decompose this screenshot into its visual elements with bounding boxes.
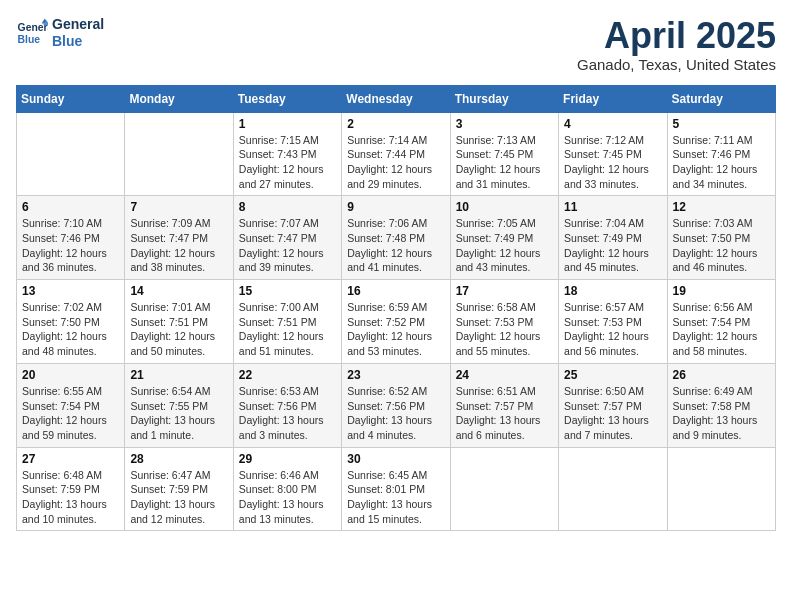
day-info: Sunrise: 6:47 AM Sunset: 7:59 PM Dayligh… [130,468,227,527]
day-info: Sunrise: 6:52 AM Sunset: 7:56 PM Dayligh… [347,384,444,443]
day-info: Sunrise: 6:53 AM Sunset: 7:56 PM Dayligh… [239,384,336,443]
day-info: Sunrise: 6:54 AM Sunset: 7:55 PM Dayligh… [130,384,227,443]
calendar-cell: 9Sunrise: 7:06 AM Sunset: 7:48 PM Daylig… [342,196,450,280]
calendar-cell: 16Sunrise: 6:59 AM Sunset: 7:52 PM Dayli… [342,280,450,364]
calendar-cell: 3Sunrise: 7:13 AM Sunset: 7:45 PM Daylig… [450,112,558,196]
logo-subtext: Blue [52,33,104,50]
day-info: Sunrise: 6:59 AM Sunset: 7:52 PM Dayligh… [347,300,444,359]
day-number: 28 [130,452,227,466]
calendar-cell [450,447,558,531]
day-number: 6 [22,200,119,214]
day-number: 21 [130,368,227,382]
calendar-table: SundayMondayTuesdayWednesdayThursdayFrid… [16,85,776,532]
day-info: Sunrise: 7:09 AM Sunset: 7:47 PM Dayligh… [130,216,227,275]
day-number: 25 [564,368,661,382]
calendar-cell: 29Sunrise: 6:46 AM Sunset: 8:00 PM Dayli… [233,447,341,531]
weekday-header-sunday: Sunday [17,85,125,112]
day-info: Sunrise: 6:55 AM Sunset: 7:54 PM Dayligh… [22,384,119,443]
calendar-cell: 1Sunrise: 7:15 AM Sunset: 7:43 PM Daylig… [233,112,341,196]
day-info: Sunrise: 7:13 AM Sunset: 7:45 PM Dayligh… [456,133,553,192]
day-info: Sunrise: 6:51 AM Sunset: 7:57 PM Dayligh… [456,384,553,443]
day-number: 1 [239,117,336,131]
calendar-cell [559,447,667,531]
weekday-header-thursday: Thursday [450,85,558,112]
week-row-3: 20Sunrise: 6:55 AM Sunset: 7:54 PM Dayli… [17,363,776,447]
day-number: 26 [673,368,770,382]
day-info: Sunrise: 7:15 AM Sunset: 7:43 PM Dayligh… [239,133,336,192]
day-info: Sunrise: 6:49 AM Sunset: 7:58 PM Dayligh… [673,384,770,443]
calendar-cell [17,112,125,196]
weekday-header-friday: Friday [559,85,667,112]
weekday-header-tuesday: Tuesday [233,85,341,112]
svg-text:General: General [18,22,48,33]
week-row-4: 27Sunrise: 6:48 AM Sunset: 7:59 PM Dayli… [17,447,776,531]
calendar-cell: 18Sunrise: 6:57 AM Sunset: 7:53 PM Dayli… [559,280,667,364]
day-number: 19 [673,284,770,298]
svg-text:Blue: Blue [18,33,41,44]
day-number: 17 [456,284,553,298]
location-title: Ganado, Texas, United States [577,56,776,73]
calendar-cell [125,112,233,196]
day-number: 22 [239,368,336,382]
week-row-1: 6Sunrise: 7:10 AM Sunset: 7:46 PM Daylig… [17,196,776,280]
day-info: Sunrise: 6:56 AM Sunset: 7:54 PM Dayligh… [673,300,770,359]
day-number: 7 [130,200,227,214]
calendar-cell: 12Sunrise: 7:03 AM Sunset: 7:50 PM Dayli… [667,196,775,280]
calendar-cell: 26Sunrise: 6:49 AM Sunset: 7:58 PM Dayli… [667,363,775,447]
calendar-cell: 7Sunrise: 7:09 AM Sunset: 7:47 PM Daylig… [125,196,233,280]
day-info: Sunrise: 7:12 AM Sunset: 7:45 PM Dayligh… [564,133,661,192]
calendar-cell: 21Sunrise: 6:54 AM Sunset: 7:55 PM Dayli… [125,363,233,447]
calendar-cell: 14Sunrise: 7:01 AM Sunset: 7:51 PM Dayli… [125,280,233,364]
day-number: 4 [564,117,661,131]
day-info: Sunrise: 7:10 AM Sunset: 7:46 PM Dayligh… [22,216,119,275]
day-info: Sunrise: 6:48 AM Sunset: 7:59 PM Dayligh… [22,468,119,527]
day-info: Sunrise: 6:45 AM Sunset: 8:01 PM Dayligh… [347,468,444,527]
header: General Blue General Blue April 2025 Gan… [16,16,776,73]
calendar-cell: 20Sunrise: 6:55 AM Sunset: 7:54 PM Dayli… [17,363,125,447]
calendar-cell: 25Sunrise: 6:50 AM Sunset: 7:57 PM Dayli… [559,363,667,447]
day-number: 3 [456,117,553,131]
weekday-header-saturday: Saturday [667,85,775,112]
week-row-0: 1Sunrise: 7:15 AM Sunset: 7:43 PM Daylig… [17,112,776,196]
day-info: Sunrise: 7:03 AM Sunset: 7:50 PM Dayligh… [673,216,770,275]
day-number: 14 [130,284,227,298]
day-number: 2 [347,117,444,131]
day-number: 8 [239,200,336,214]
calendar-cell: 15Sunrise: 7:00 AM Sunset: 7:51 PM Dayli… [233,280,341,364]
day-number: 30 [347,452,444,466]
calendar-cell: 22Sunrise: 6:53 AM Sunset: 7:56 PM Dayli… [233,363,341,447]
calendar-cell: 2Sunrise: 7:14 AM Sunset: 7:44 PM Daylig… [342,112,450,196]
day-info: Sunrise: 7:02 AM Sunset: 7:50 PM Dayligh… [22,300,119,359]
day-info: Sunrise: 6:57 AM Sunset: 7:53 PM Dayligh… [564,300,661,359]
day-number: 20 [22,368,119,382]
day-info: Sunrise: 7:06 AM Sunset: 7:48 PM Dayligh… [347,216,444,275]
calendar-cell: 13Sunrise: 7:02 AM Sunset: 7:50 PM Dayli… [17,280,125,364]
day-info: Sunrise: 6:50 AM Sunset: 7:57 PM Dayligh… [564,384,661,443]
day-number: 18 [564,284,661,298]
weekday-header-wednesday: Wednesday [342,85,450,112]
day-info: Sunrise: 6:46 AM Sunset: 8:00 PM Dayligh… [239,468,336,527]
day-number: 16 [347,284,444,298]
title-area: April 2025 Ganado, Texas, United States [577,16,776,73]
calendar-cell: 17Sunrise: 6:58 AM Sunset: 7:53 PM Dayli… [450,280,558,364]
calendar-cell: 10Sunrise: 7:05 AM Sunset: 7:49 PM Dayli… [450,196,558,280]
day-number: 10 [456,200,553,214]
calendar-cell: 11Sunrise: 7:04 AM Sunset: 7:49 PM Dayli… [559,196,667,280]
day-info: Sunrise: 7:11 AM Sunset: 7:46 PM Dayligh… [673,133,770,192]
day-info: Sunrise: 7:00 AM Sunset: 7:51 PM Dayligh… [239,300,336,359]
day-number: 15 [239,284,336,298]
week-row-2: 13Sunrise: 7:02 AM Sunset: 7:50 PM Dayli… [17,280,776,364]
weekday-header-row: SundayMondayTuesdayWednesdayThursdayFrid… [17,85,776,112]
logo: General Blue General Blue [16,16,104,50]
calendar-cell: 27Sunrise: 6:48 AM Sunset: 7:59 PM Dayli… [17,447,125,531]
calendar-cell: 6Sunrise: 7:10 AM Sunset: 7:46 PM Daylig… [17,196,125,280]
day-number: 13 [22,284,119,298]
day-number: 5 [673,117,770,131]
day-number: 12 [673,200,770,214]
day-number: 11 [564,200,661,214]
day-number: 9 [347,200,444,214]
day-number: 23 [347,368,444,382]
calendar-cell [667,447,775,531]
day-info: Sunrise: 7:14 AM Sunset: 7:44 PM Dayligh… [347,133,444,192]
calendar-cell: 5Sunrise: 7:11 AM Sunset: 7:46 PM Daylig… [667,112,775,196]
